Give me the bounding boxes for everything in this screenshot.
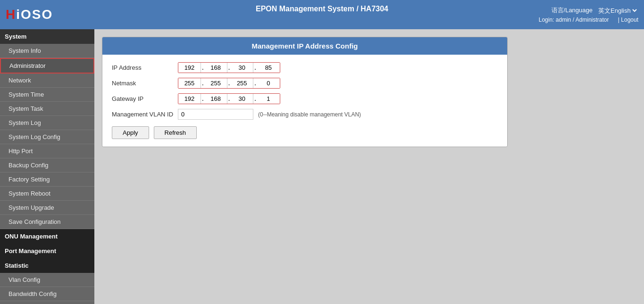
netmask-label: Netmask (112, 80, 178, 87)
ip-address-row: IP Address . . . (112, 62, 498, 73)
sidebar-item-system-log-config[interactable]: System Log Config (0, 130, 94, 144)
netmask-dot-1: . (201, 80, 205, 87)
language-label: 语言/Language (552, 6, 593, 15)
gateway-dot-3: . (253, 95, 257, 102)
logout-link[interactable]: | Logout (618, 16, 638, 23)
button-row: Apply Refresh (112, 126, 498, 139)
ip-address-label: IP Address (112, 64, 178, 71)
ip-address-octet-4[interactable] (257, 63, 280, 73)
main-content: Management IP Address Config IP Address … (94, 29, 644, 304)
ip-address-group: . . . (178, 62, 280, 73)
netmask-dot-2: . (227, 80, 231, 87)
netmask-dot-3: . (253, 80, 257, 87)
netmask-octet-4[interactable] (257, 78, 280, 88)
header-title: EPON Management System / HA7304 (256, 5, 388, 13)
sidebar-item-backup-config[interactable]: Backup Config (0, 158, 94, 173)
sidebar-section-port-management[interactable]: Port Management (0, 244, 94, 258)
logo: HiOSO (6, 7, 53, 22)
ip-address-octet-3[interactable] (231, 63, 253, 73)
ip-address-octet-1[interactable] (178, 63, 201, 73)
gateway-group: . . . (178, 93, 280, 104)
refresh-button[interactable]: Refresh (154, 126, 197, 139)
sidebar-item-factory-setting[interactable]: Factory Setting (0, 173, 94, 187)
gateway-octet-4[interactable] (257, 94, 280, 104)
gateway-octet-3[interactable] (231, 94, 253, 104)
logo-text: HiOSO (6, 7, 53, 22)
sidebar-item-http-port[interactable]: Http Port (0, 144, 94, 158)
netmask-octet-1[interactable] (178, 78, 201, 88)
sidebar-item-bandwidth-config[interactable]: Bandwidth Config (0, 287, 94, 301)
sidebar-section-statistic[interactable]: Statistic (0, 258, 94, 273)
sidebar-section-onu-management[interactable]: ONU Management (0, 229, 94, 244)
sidebar-item-system-log[interactable]: System Log (0, 116, 94, 130)
sidebar-item-administrator[interactable]: Administrator (0, 58, 94, 74)
header-right: 语言/Language 英文English Login: admin / Adm… (539, 6, 638, 23)
sidebar-item-olt-mac-config[interactable]: OLT Mac Config (0, 301, 94, 304)
language-section: 语言/Language 英文English (552, 6, 638, 15)
gateway-label: Gateway IP (112, 95, 178, 102)
vlan-id-input[interactable] (178, 109, 253, 120)
gateway-octet-1[interactable] (178, 94, 201, 104)
sidebar-item-network[interactable]: Network (0, 74, 94, 88)
ip-dot-3: . (253, 64, 257, 71)
language-select[interactable]: 英文English (596, 7, 638, 15)
sidebar-item-system-reboot[interactable]: System Reboot (0, 187, 94, 201)
sidebar-item-save-configuration[interactable]: Save Configuration (0, 215, 94, 229)
vlan-id-label: Management VLAN ID (112, 111, 178, 118)
vlan-id-row: Management VLAN ID (0--Meaning disable m… (112, 109, 498, 120)
netmask-group: . . . (178, 78, 280, 89)
login-info: Login: admin / Administrator (539, 16, 609, 23)
config-panel-body: IP Address . . . Netmask (102, 55, 507, 147)
sidebar-section-system[interactable]: System (0, 29, 94, 44)
ip-dot-1: . (201, 64, 205, 71)
apply-button[interactable]: Apply (112, 126, 149, 139)
config-panel-title: Management IP Address Config (102, 37, 507, 55)
sidebar: System System Info Administrator Network… (0, 29, 94, 304)
sidebar-item-system-info[interactable]: System Info (0, 44, 94, 58)
config-panel: Management IP Address Config IP Address … (102, 37, 508, 147)
login-info-row: Login: admin / Administrator | Logout (539, 16, 638, 23)
gateway-row: Gateway IP . . . (112, 93, 498, 104)
ip-dot-2: . (227, 64, 231, 71)
sidebar-item-system-time[interactable]: System Time (0, 88, 94, 102)
sidebar-item-vlan-config[interactable]: Vlan Config (0, 273, 94, 287)
gateway-dot-2: . (227, 95, 231, 102)
gateway-dot-1: . (201, 95, 205, 102)
netmask-octet-2[interactable] (205, 78, 227, 88)
header: HiOSO EPON Management System / HA7304 语言… (0, 0, 644, 29)
netmask-octet-3[interactable] (231, 78, 253, 88)
gateway-octet-2[interactable] (205, 94, 227, 104)
ip-address-octet-2[interactable] (205, 63, 227, 73)
sidebar-item-system-upgrade[interactable]: System Upgrade (0, 201, 94, 215)
netmask-row: Netmask . . . (112, 78, 498, 89)
layout: System System Info Administrator Network… (0, 29, 644, 304)
sidebar-item-system-task[interactable]: System Task (0, 102, 94, 116)
vlan-id-note: (0--Meaning disable management VLAN) (258, 111, 361, 118)
